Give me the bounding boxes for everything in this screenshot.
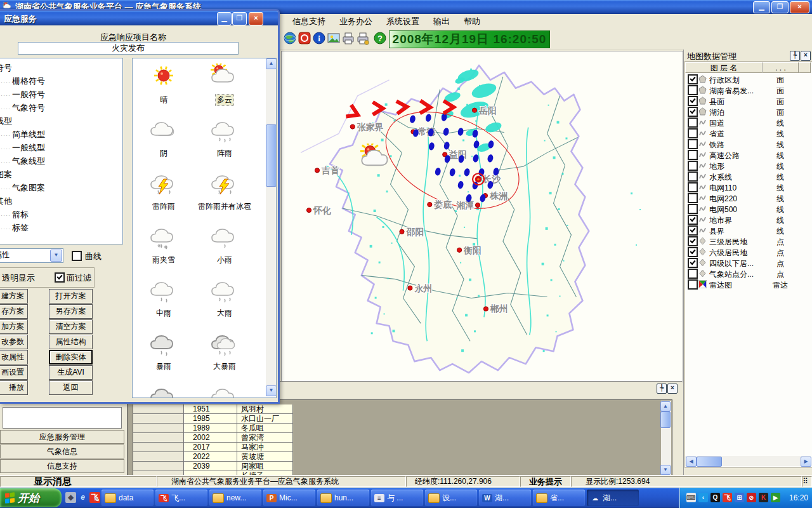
column-header-dots[interactable]: . . . [763, 62, 799, 73]
tree-item-8[interactable]: 图案 [0, 168, 122, 181]
scroll-down-icon[interactable]: ▼ [660, 465, 671, 475]
close-icon[interactable]: × [667, 384, 678, 394]
weather-symbol-大暴雨[interactable]: 大暴雨 [195, 330, 254, 384]
menu-item-4[interactable]: 帮助 [457, 14, 487, 29]
layer-checkbox-电网500[interactable] [688, 204, 698, 214]
left-nav-item-1[interactable]: 气象信息 [0, 444, 124, 458]
layer-checkbox-高速公路[interactable] [688, 150, 698, 160]
bottom-vscroll-thumb[interactable] [660, 411, 671, 428]
taskbar-task-与 ...[interactable]: ≡与 ... [371, 490, 423, 506]
pin-icon[interactable]: ╄ [790, 51, 800, 61]
dialog-button-返回[interactable]: 返回 [49, 380, 93, 395]
start-button[interactable]: 开始 [0, 488, 62, 507]
weather-symbol-小雨[interactable]: 小雨 [195, 224, 254, 277]
weather-symbol-雨夹雪[interactable]: 雨夹雪 [134, 224, 193, 277]
tree-item-3[interactable]: ····气象符号 [0, 101, 122, 114]
taskbar-task-设...[interactable]: 设... [425, 490, 477, 506]
layer-checkbox-气象站点分...[interactable] [688, 269, 698, 279]
minimize-button[interactable]: ▁ [753, 1, 770, 13]
menu-item-0[interactable]: 信息支持 [285, 14, 332, 29]
weather-symbol-暴雨[interactable]: 暴雨 [134, 330, 193, 384]
layer-checkbox-国道[interactable] [688, 117, 698, 128]
image-icon[interactable] [327, 31, 341, 45]
dialog-button-存方案[interactable]: 存方案 [0, 304, 28, 319]
layers-hscroll-thumb[interactable] [697, 457, 722, 467]
menu-item-1[interactable]: 业务办公 [332, 14, 379, 29]
layer-checkbox-县界[interactable] [688, 225, 698, 236]
column-header-cut[interactable] [799, 62, 811, 73]
close-icon[interactable]: × [801, 51, 811, 61]
taskbar-task-飞...[interactable]: 飞飞... [155, 490, 207, 506]
map-canvas[interactable]: 岳阳张家界常德益阳长沙株洲湘潭娄底吉首怀化邵阳衡阳永州郴州 [281, 51, 683, 382]
network-icon[interactable]: ⊞ [735, 493, 744, 502]
layer-checkbox-行政区划[interactable] [688, 74, 698, 84]
scroll-down-icon[interactable]: ▼ [266, 385, 277, 396]
scroll-right-icon[interactable]: ▶ [801, 457, 811, 467]
face-filter-checkbox[interactable] [55, 272, 65, 283]
dialog-button-建方案[interactable]: 建方案 [0, 289, 28, 304]
tree-item-9[interactable]: ····气象图案 [0, 181, 122, 194]
project-name-input[interactable] [18, 42, 239, 55]
quick-launch-expand-icon[interactable]: » [94, 494, 98, 503]
dialog-button-另存方案[interactable]: 另存方案 [49, 304, 93, 319]
globe-icon[interactable] [283, 31, 297, 45]
app-icon[interactable]: ◆ [65, 492, 76, 503]
weather-scrollbar-thumb[interactable] [266, 124, 277, 187]
station-table[interactable]: 1951凤羽村1985水口山一厂1989冬瓜咀2002曾家湾2017马家冲202… [133, 404, 293, 476]
fetion-icon[interactable]: 飞 [723, 493, 732, 502]
table-row[interactable]: 2017马家冲 [133, 443, 293, 452]
chevron-down-icon[interactable]: ▼ [50, 250, 62, 262]
tree-item-7[interactable]: ····气象线型 [0, 154, 122, 168]
table-row[interactable]: 1951凤羽村 [133, 404, 293, 414]
rollback-icon[interactable]: ‹ [698, 493, 708, 502]
pin-icon[interactable]: ╄ [657, 384, 667, 394]
dialog-button-生成AVI[interactable]: 生成AVI [49, 365, 93, 380]
layer-checkbox-雷达图[interactable] [688, 279, 698, 290]
layer-checkbox-湖泊[interactable] [688, 107, 698, 117]
taskbar-task-省...[interactable]: 省... [533, 490, 585, 506]
minimize-button[interactable]: ▁ [217, 12, 232, 25]
weather-symbol-阴[interactable]: 阴 [134, 117, 193, 170]
layer-checkbox-铁路[interactable] [688, 139, 698, 149]
scroll-left-icon[interactable]: ◀ [686, 457, 697, 467]
close-button[interactable]: × [790, 1, 809, 13]
weather-symbol-雷阵雨并有冰雹[interactable]: 雷阵雨并有冰雹 [195, 170, 254, 224]
tree-item-1[interactable]: ····栅格符号 [0, 74, 122, 88]
weather-symbol-雷阵雨[interactable]: 雷阵雨 [134, 170, 193, 224]
taskbar-task-new...[interactable]: new... [209, 490, 261, 506]
restore-button[interactable]: ❐ [232, 12, 247, 25]
tree-item-2[interactable]: ····一般符号 [0, 88, 122, 101]
dialog-button-属性结构[interactable]: 属性结构 [49, 335, 93, 349]
print-icon[interactable] [341, 31, 355, 45]
restore-button[interactable]: ❐ [771, 1, 789, 13]
table-row[interactable]: 1989冬瓜咀 [133, 424, 293, 433]
dialog-button-清空方案[interactable]: 清空方案 [49, 319, 93, 334]
dialog-button-改参数[interactable]: 改参数 [0, 335, 28, 349]
taskbar-task-湖...[interactable]: ☁湖... [587, 490, 639, 506]
layer-checkbox-地市界[interactable] [688, 215, 698, 225]
dialog-button-画设置[interactable]: 画设置 [0, 365, 28, 380]
default-attr-dropdown[interactable]: 改默认属性 ▼ [0, 248, 63, 263]
scroll-up-icon[interactable]: ▲ [266, 58, 277, 69]
scroll-up-icon[interactable]: ▲ [660, 401, 671, 411]
tree-item-10[interactable]: 其他 [0, 194, 122, 208]
dialog-button-删除实体[interactable]: 删除实体 [49, 350, 93, 364]
tree-item-0[interactable]: 符号 [0, 61, 122, 74]
layer-checkbox-地形[interactable] [688, 161, 698, 171]
weather-symbol-partial-12[interactable] [134, 384, 193, 398]
layer-checkbox-水系线[interactable] [688, 171, 698, 182]
layer-checkbox-六级居民地[interactable] [688, 247, 698, 257]
tree-item-5[interactable]: ····简单线型 [0, 128, 122, 141]
dialog-titlebar[interactable]: 应急服务 ▁ ❐ × [0, 11, 278, 25]
weather-symbol-大雨[interactable]: 大雨 [195, 277, 254, 330]
taskbar-task-湖...[interactable]: W湖... [479, 490, 531, 506]
help-icon[interactable]: ? [373, 31, 387, 45]
layer-checkbox-电网220[interactable] [688, 193, 698, 203]
weather-symbol-阵雨[interactable]: 阵雨 [195, 117, 254, 170]
taskbar-task-data[interactable]: data [102, 490, 154, 506]
dialog-button-打开方案[interactable]: 打开方案 [49, 289, 93, 304]
stop-icon[interactable] [298, 31, 311, 45]
layer-checkbox-四级以下居...[interactable] [688, 258, 698, 268]
tree-item-12[interactable]: ····标签 [0, 221, 122, 234]
curve-checkbox[interactable] [72, 251, 82, 261]
